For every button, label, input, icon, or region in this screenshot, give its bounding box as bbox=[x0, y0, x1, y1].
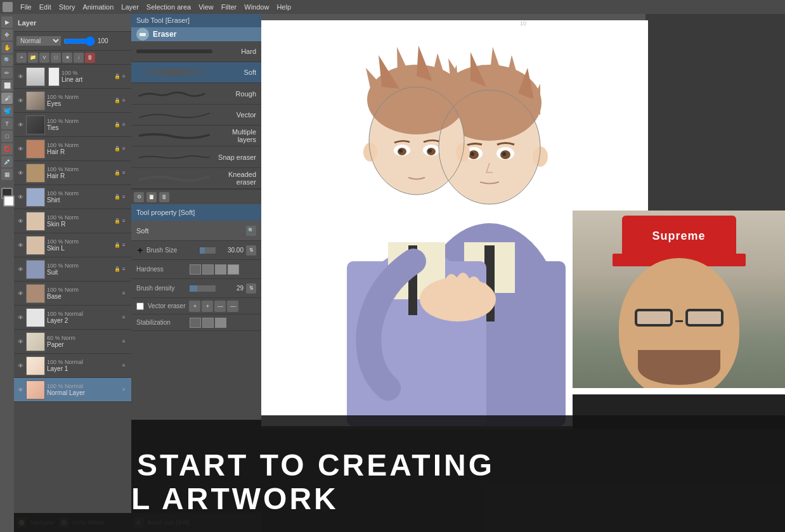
layer-menu-icon[interactable]: ≡ bbox=[122, 339, 129, 345]
new-layer-btn[interactable]: + bbox=[16, 53, 27, 63]
layer-row[interactable]: 👁 100 % Norm Hair R 🔒 ≡ bbox=[14, 137, 131, 161]
layer-effect-btn[interactable]: ★ bbox=[62, 53, 72, 63]
layer-mask-btn[interactable]: □ bbox=[51, 53, 61, 63]
layer-menu-icon[interactable]: ≡ bbox=[122, 170, 129, 176]
layer-visibility[interactable]: 👁 bbox=[16, 97, 24, 105]
subtool-item-hard[interactable]: Hard bbox=[131, 41, 261, 62]
subtool-copy-btn[interactable]: 📋 bbox=[146, 192, 157, 202]
layer-lock-icon[interactable]: 🔒 bbox=[114, 266, 120, 273]
layer-visibility[interactable]: 👁 bbox=[16, 169, 24, 177]
layer-row[interactable]: 👁 100 % Normal Layer 1 ≡ bbox=[14, 354, 131, 378]
layer-lock-icon[interactable]: 🔒 bbox=[114, 98, 120, 104]
merge-btn[interactable]: ↓ bbox=[74, 53, 84, 63]
layer-menu-icon[interactable]: ≡ bbox=[122, 363, 129, 369]
layer-menu-icon[interactable]: ≡ bbox=[122, 194, 129, 200]
subtool-settings-btn[interactable]: ⚙ bbox=[134, 192, 144, 202]
layer-menu-icon[interactable]: ≡ bbox=[122, 315, 129, 321]
tool-eraser[interactable]: ⬜ bbox=[1, 80, 13, 91]
tool-color-pick[interactable]: 💉 bbox=[1, 156, 13, 167]
tool-fill[interactable]: 🪣 bbox=[1, 105, 13, 117]
layer-visibility[interactable]: 👁 bbox=[16, 242, 24, 249]
subtool-item-kneaded[interactable]: Kneaded eraser bbox=[131, 168, 261, 189]
layer-lock-icon[interactable]: 🔒 bbox=[114, 74, 120, 80]
layer-lock-icon[interactable]: 🔒 bbox=[114, 122, 120, 128]
layer-row[interactable]: 👁 100 % Norm Shirt 🔒 ≡ bbox=[14, 185, 131, 209]
layer-lock-icon[interactable]: 🔒 bbox=[114, 218, 120, 224]
subtool-item-rough[interactable]: Rough bbox=[131, 83, 261, 104]
layer-visibility[interactable]: 👁 bbox=[16, 217, 24, 225]
tool-shape[interactable]: □ bbox=[1, 131, 13, 142]
layer-row[interactable]: 👁 100 % Norm Skin L 🔒 ≡ bbox=[14, 233, 131, 257]
ve-btn4[interactable]: — bbox=[227, 301, 238, 312]
layer-visibility[interactable]: 👁 bbox=[16, 193, 24, 201]
subtool-item-soft[interactable]: Soft bbox=[131, 62, 261, 83]
layer-menu-icon[interactable]: ≡ bbox=[122, 290, 129, 297]
tool-lasso[interactable]: ⭕ bbox=[1, 143, 13, 155]
tool-grad[interactable]: ▦ bbox=[1, 169, 13, 180]
layer-row[interactable]: 👁 100 % Norm Hair R 🔒 ≡ bbox=[14, 161, 131, 185]
menu-edit[interactable]: Edit bbox=[39, 3, 51, 11]
tool-brush[interactable]: 🖌 bbox=[1, 93, 13, 104]
stab-box2[interactable] bbox=[202, 318, 214, 328]
subtool-item-multiple[interactable]: Multiple layers bbox=[131, 126, 261, 146]
layer-visibility[interactable]: 👁 bbox=[16, 362, 24, 370]
menu-view[interactable]: View bbox=[198, 3, 214, 11]
menu-layer[interactable]: Layer bbox=[121, 3, 139, 11]
tool-zoom[interactable]: 🔍 bbox=[1, 55, 13, 66]
subtool-item-snap[interactable]: Snap eraser bbox=[131, 146, 261, 167]
ve-btn3[interactable]: — bbox=[214, 301, 226, 312]
layer-visibility[interactable]: 👁 bbox=[16, 386, 24, 394]
menu-help[interactable]: Help bbox=[276, 3, 291, 11]
subtool-trash-btn[interactable]: 🗑 bbox=[159, 192, 169, 202]
new-vector-btn[interactable]: V bbox=[39, 53, 49, 63]
layer-row[interactable]: 👁 100 % Norm Eyes 🔒 ≡ bbox=[14, 89, 131, 113]
layer-visibility[interactable]: 👁 bbox=[16, 73, 24, 81]
tool-select[interactable]: ▶ bbox=[1, 16, 13, 28]
ve-btn2[interactable]: + bbox=[202, 301, 213, 312]
hardness-box2[interactable] bbox=[202, 264, 214, 275]
opacity-slider[interactable] bbox=[63, 36, 95, 46]
layer-lock-icon[interactable]: 🔒 bbox=[114, 170, 120, 176]
stab-box1[interactable] bbox=[190, 318, 201, 328]
layer-lock-icon[interactable]: 🔒 bbox=[114, 146, 120, 152]
layer-visibility[interactable]: 👁 bbox=[16, 266, 24, 273]
layer-row[interactable]: 👁 100 % Norm Skin R 🔒 ≡ bbox=[14, 209, 131, 233]
blend-mode-select[interactable]: Normal bbox=[16, 36, 61, 46]
layer-menu-icon[interactable]: ≡ bbox=[122, 242, 129, 249]
layer-visibility[interactable]: 👁 bbox=[16, 314, 24, 321]
layer-visibility[interactable]: 👁 bbox=[16, 145, 24, 153]
tool-prop-search[interactable]: 🔍 bbox=[246, 226, 256, 236]
layer-menu-icon[interactable]: ≡ bbox=[122, 266, 129, 273]
layer-menu-icon[interactable]: ≡ bbox=[122, 146, 129, 152]
tool-move[interactable]: ✥ bbox=[1, 29, 13, 41]
subtool-item-vector[interactable]: Vector bbox=[131, 105, 261, 126]
layer-row[interactable]: 👁 100 % Norm Ties 🔒 ≡ bbox=[14, 113, 131, 137]
brushsize-slider[interactable] bbox=[200, 247, 216, 254]
layer-menu-icon[interactable]: ≡ bbox=[122, 98, 129, 104]
add-icon[interactable]: + bbox=[136, 247, 144, 254]
ve-btn1[interactable]: + bbox=[189, 301, 200, 312]
stab-box3[interactable] bbox=[215, 318, 226, 328]
layer-row[interactable]: 👁 100 % Normal Layer 2 ≡ bbox=[14, 306, 131, 330]
hardness-box3[interactable] bbox=[215, 264, 226, 275]
layer-row[interactable]: 👁 100 % Norm Base ≡ bbox=[14, 282, 131, 306]
vector-eraser-checkbox[interactable] bbox=[136, 302, 144, 310]
layer-visibility[interactable]: 👁 bbox=[16, 290, 24, 297]
menu-animation[interactable]: Animation bbox=[82, 3, 114, 11]
menu-story[interactable]: Story bbox=[59, 3, 75, 11]
layer-row[interactable]: 👁 60 % Norm Paper ≡ bbox=[14, 330, 131, 354]
layer-menu-icon[interactable]: ≡ bbox=[122, 74, 129, 80]
menu-window[interactable]: Window bbox=[244, 3, 269, 11]
menu-selection[interactable]: Selection area bbox=[146, 3, 191, 11]
tool-text[interactable]: T bbox=[1, 118, 13, 129]
layer-row-selected[interactable]: 👁 100 % Normal Normal Layer ≡ bbox=[14, 378, 131, 402]
hardness-box4[interactable] bbox=[228, 264, 239, 275]
layer-visibility[interactable]: 👁 bbox=[16, 121, 24, 129]
layer-row[interactable]: 👁 100 % Norm Suit 🔒 ≡ bbox=[14, 257, 131, 282]
density-arrows[interactable]: ⇅ bbox=[246, 283, 256, 294]
layer-visibility[interactable]: 👁 bbox=[16, 338, 24, 346]
tool-hand[interactable]: ✋ bbox=[1, 42, 13, 53]
tool-pen[interactable]: ✏ bbox=[1, 67, 13, 79]
layer-menu-icon[interactable]: ≡ bbox=[122, 218, 129, 224]
menu-filter[interactable]: Filter bbox=[221, 3, 237, 11]
